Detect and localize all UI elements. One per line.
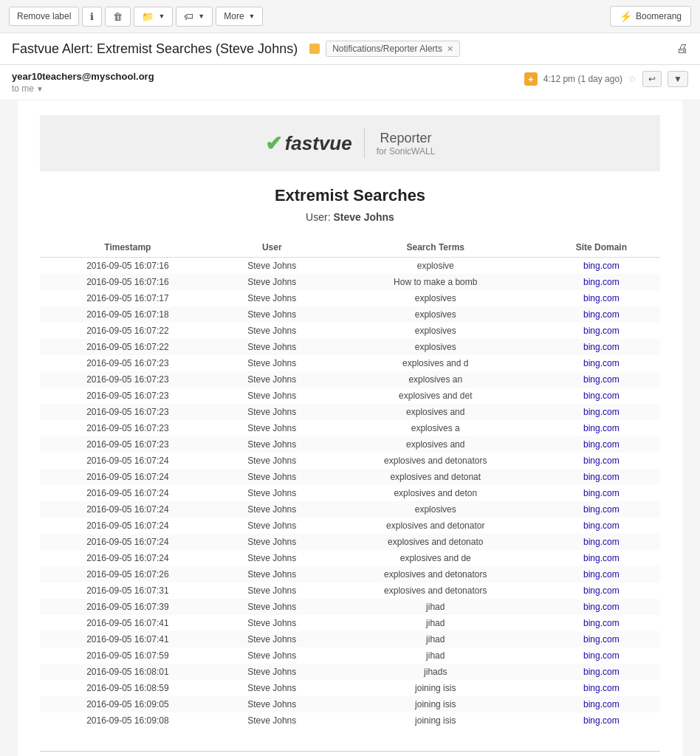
star-icon[interactable]: ☆ — [628, 74, 636, 84]
cell-3[interactable]: bing.com — [543, 696, 660, 712]
table-row: 2016-09-05 16:07:16Steve Johnsexplosiveb… — [40, 258, 660, 275]
domain-link[interactable]: bing.com — [583, 569, 620, 580]
domain-link[interactable]: bing.com — [583, 634, 620, 645]
cell-3[interactable]: bing.com — [543, 306, 660, 323]
cell-3[interactable]: bing.com — [543, 274, 660, 290]
cell-3[interactable]: bing.com — [543, 615, 660, 631]
cell-0: 2016-09-05 16:07:24 — [40, 501, 216, 518]
domain-link[interactable]: bing.com — [583, 407, 620, 417]
folder-button[interactable]: 📁 ▼ — [134, 7, 173, 27]
domain-link[interactable]: bing.com — [583, 439, 620, 450]
cell-3[interactable]: bing.com — [543, 680, 660, 696]
info-button[interactable]: ℹ — [82, 7, 102, 27]
cell-3[interactable]: bing.com — [543, 453, 660, 469]
email-header: Fastvue Alert: Extremist Searches (Steve… — [0, 33, 700, 65]
table-row: 2016-09-05 16:07:26Steve Johnsexplosives… — [40, 566, 660, 583]
cell-3[interactable]: bing.com — [543, 469, 660, 485]
fastvue-logo: ✔ fastvue Reporter for SonicWALL — [265, 128, 436, 158]
cell-1: Steve Johns — [216, 420, 329, 436]
domain-link[interactable]: bing.com — [583, 650, 620, 661]
domain-link[interactable]: bing.com — [583, 602, 620, 612]
domain-link[interactable]: bing.com — [583, 699, 620, 709]
cell-3[interactable]: bing.com — [543, 631, 660, 647]
cell-3[interactable]: bing.com — [543, 712, 660, 729]
domain-link[interactable]: bing.com — [583, 488, 620, 498]
cell-0: 2016-09-05 16:07:23 — [40, 355, 216, 371]
more-button[interactable]: More ▼ — [216, 7, 263, 26]
cell-3[interactable]: bing.com — [543, 323, 660, 339]
boomerang-label: Boomerang — [636, 11, 682, 21]
cell-3[interactable]: bing.com — [543, 258, 660, 275]
cell-3[interactable]: bing.com — [543, 436, 660, 453]
cell-3[interactable]: bing.com — [543, 501, 660, 518]
cell-2: joining isis — [329, 696, 543, 712]
cell-0: 2016-09-05 16:07:18 — [40, 306, 216, 323]
domain-link[interactable]: bing.com — [583, 585, 620, 596]
domain-link[interactable]: bing.com — [583, 261, 620, 271]
table-row: 2016-09-05 16:07:17Steve Johnsexplosives… — [40, 290, 660, 306]
domain-link[interactable]: bing.com — [583, 472, 620, 482]
reply-button[interactable]: ↩ — [642, 71, 662, 87]
domain-link[interactable]: bing.com — [583, 715, 620, 726]
cell-3[interactable]: bing.com — [543, 566, 660, 583]
domain-link[interactable]: bing.com — [583, 520, 620, 531]
cell-2: explosives — [329, 306, 543, 323]
domain-link[interactable]: bing.com — [583, 326, 620, 336]
cell-3[interactable]: bing.com — [543, 583, 660, 599]
cell-3[interactable]: bing.com — [543, 404, 660, 420]
cell-2: explosives — [329, 323, 543, 339]
cell-1: Steve Johns — [216, 583, 329, 599]
cell-3[interactable]: bing.com — [543, 290, 660, 306]
cell-3[interactable]: bing.com — [543, 485, 660, 501]
tag-button[interactable]: 🏷 ▼ — [176, 7, 213, 27]
email-tag-icon — [309, 44, 320, 54]
cell-1: Steve Johns — [216, 518, 329, 534]
domain-link[interactable]: bing.com — [583, 618, 620, 628]
cell-0: 2016-09-05 16:09:05 — [40, 696, 216, 712]
boomerang-button[interactable]: ⚡ Boomerang — [610, 6, 691, 27]
domain-link[interactable]: bing.com — [583, 277, 620, 287]
domain-link[interactable]: bing.com — [583, 309, 620, 320]
cell-3[interactable]: bing.com — [543, 339, 660, 355]
domain-link[interactable]: bing.com — [583, 423, 620, 433]
table-row: 2016-09-05 16:07:41Steve Johnsjihadbing.… — [40, 615, 660, 631]
cell-3[interactable]: bing.com — [543, 664, 660, 680]
cell-3[interactable]: bing.com — [543, 647, 660, 664]
cell-1: Steve Johns — [216, 469, 329, 485]
delete-button[interactable]: 🗑 — [105, 7, 131, 27]
cell-3[interactable]: bing.com — [543, 371, 660, 388]
domain-link[interactable]: bing.com — [583, 391, 620, 401]
email-more-button[interactable]: ▼ — [668, 71, 688, 87]
table-row: 2016-09-05 16:08:01Steve Johnsjihadsbing… — [40, 664, 660, 680]
add-contact-button[interactable]: + — [524, 72, 538, 86]
email-label-tab: Notifications/Reporter Alerts ✕ — [326, 41, 460, 57]
domain-link[interactable]: bing.com — [583, 667, 620, 677]
domain-link[interactable]: bing.com — [583, 683, 620, 693]
cell-3[interactable]: bing.com — [543, 550, 660, 566]
cell-3[interactable]: bing.com — [543, 355, 660, 371]
cell-3[interactable]: bing.com — [543, 518, 660, 534]
cell-0: 2016-09-05 16:07:23 — [40, 436, 216, 453]
cell-3[interactable]: bing.com — [543, 534, 660, 550]
domain-link[interactable]: bing.com — [583, 537, 620, 547]
domain-link[interactable]: bing.com — [583, 293, 620, 303]
domain-link[interactable]: bing.com — [583, 553, 620, 563]
cell-3[interactable]: bing.com — [543, 420, 660, 436]
table-row: 2016-09-05 16:09:08Steve Johnsjoining is… — [40, 712, 660, 729]
print-icon[interactable]: 🖨 — [676, 42, 688, 55]
cell-3[interactable]: bing.com — [543, 388, 660, 404]
domain-link[interactable]: bing.com — [583, 358, 620, 368]
table-row: 2016-09-05 16:09:05Steve Johnsjoining is… — [40, 696, 660, 712]
remove-label-button[interactable]: Remove label — [9, 7, 79, 26]
domain-link[interactable]: bing.com — [583, 456, 620, 466]
cell-2: jihad — [329, 647, 543, 664]
cell-0: 2016-09-05 16:07:22 — [40, 323, 216, 339]
email-timestamp: 4:12 pm (1 day ago) — [543, 74, 622, 84]
domain-link[interactable]: bing.com — [583, 504, 620, 515]
cell-3[interactable]: bing.com — [543, 599, 660, 615]
domain-link[interactable]: bing.com — [583, 374, 620, 385]
cell-2: explosives and — [329, 436, 543, 453]
cell-2: explosives and de — [329, 550, 543, 566]
domain-link[interactable]: bing.com — [583, 342, 620, 352]
label-close-button[interactable]: ✕ — [447, 44, 453, 54]
